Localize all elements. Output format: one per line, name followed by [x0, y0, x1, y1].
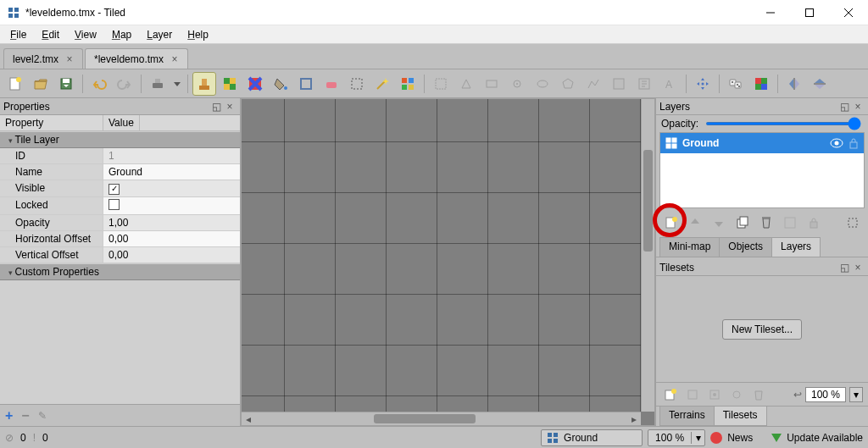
stamp-brush-button[interactable]: [192, 72, 216, 96]
restore-icon[interactable]: ◱: [209, 100, 223, 113]
warning-icon[interactable]: !: [33, 432, 36, 444]
prop-value[interactable]: 1,00: [103, 215, 240, 230]
layer-down-button[interactable]: [709, 213, 729, 233]
scroll-left-icon[interactable]: ◂: [242, 413, 255, 425]
toggle-other-layers-button[interactable]: [780, 213, 800, 233]
tileset-zoom-dropdown[interactable]: ▾: [849, 387, 863, 402]
highlight-current-layer-button[interactable]: [843, 213, 863, 233]
embed-tileset-icon[interactable]: [683, 385, 702, 404]
insert-polyline-button[interactable]: [581, 72, 605, 96]
tileset-zoom-value[interactable]: 100 %: [805, 387, 846, 402]
close-icon[interactable]: ×: [223, 100, 236, 113]
new-layer-button[interactable]: [661, 213, 682, 233]
delete-tileset-icon[interactable]: [749, 385, 768, 404]
horizontal-scrollbar[interactable]: ◂ ▸: [242, 412, 641, 425]
redo-button[interactable]: [113, 72, 136, 96]
lock-icon[interactable]: [849, 137, 859, 149]
edit-tileset-icon[interactable]: [705, 385, 724, 404]
map-canvas[interactable]: [242, 99, 641, 412]
opacity-slider[interactable]: [705, 122, 861, 125]
news-link[interactable]: News: [727, 432, 753, 444]
select-same-button[interactable]: [396, 72, 420, 96]
restore-icon[interactable]: ◱: [837, 100, 851, 113]
flip-horizontal-button[interactable]: [782, 72, 806, 96]
visibility-icon[interactable]: [830, 138, 843, 148]
replace-tileset-icon[interactable]: [727, 385, 746, 404]
new-map-button[interactable]: [3, 72, 27, 96]
dynamic-wrap-icon[interactable]: ↩: [793, 389, 802, 401]
vertical-scrollbar[interactable]: [641, 99, 654, 412]
tab-mini-map[interactable]: Mini-map: [659, 237, 720, 257]
prop-value[interactable]: 0,00: [103, 247, 240, 263]
toggle-lock-layers-button[interactable]: [804, 213, 824, 233]
insert-tile-button[interactable]: [607, 72, 631, 96]
menu-map[interactable]: Map: [105, 27, 138, 42]
menu-view[interactable]: View: [68, 27, 103, 42]
insert-text-button[interactable]: A: [658, 72, 682, 96]
open-button[interactable]: [29, 72, 53, 96]
layer-item-ground[interactable]: Ground: [660, 133, 864, 153]
layer-up-button[interactable]: [685, 213, 705, 233]
edit-polygons-button[interactable]: [454, 72, 478, 96]
insert-template-button[interactable]: [632, 72, 656, 96]
random-mode-button[interactable]: [724, 72, 748, 96]
new-tileset-icon[interactable]: [661, 385, 680, 404]
tab-leveldemo[interactable]: *leveldemo.tmx ×: [85, 48, 188, 69]
tab-layers[interactable]: Layers: [771, 237, 821, 257]
menu-edit[interactable]: Edit: [35, 27, 66, 42]
bucket-fill-button[interactable]: [269, 72, 292, 96]
move-tool-button[interactable]: [691, 72, 715, 96]
update-link[interactable]: Update Available: [787, 432, 863, 444]
flip-vertical-button[interactable]: [808, 72, 832, 96]
maximize-button[interactable]: [790, 0, 829, 25]
shape-fill-button[interactable]: [294, 72, 318, 96]
select-objects-button[interactable]: [429, 72, 453, 96]
section-custom-properties[interactable]: Custom Properties: [0, 263, 240, 280]
wang-brush-button[interactable]: [243, 72, 267, 96]
insert-rectangle-button[interactable]: [480, 72, 504, 96]
duplicate-layer-button[interactable]: [732, 213, 753, 233]
new-tileset-button[interactable]: New Tileset...: [722, 319, 802, 340]
layer-list[interactable]: Ground: [659, 132, 865, 208]
close-icon[interactable]: ×: [64, 53, 75, 65]
menu-layer[interactable]: Layer: [140, 27, 179, 42]
tab-tilesets[interactable]: Tilesets: [714, 407, 767, 426]
section-tile-layer[interactable]: Tile Layer: [0, 131, 240, 148]
tab-objects[interactable]: Objects: [719, 237, 772, 257]
restore-icon[interactable]: ◱: [837, 261, 851, 274]
status-layer-selector[interactable]: Ground: [541, 429, 643, 446]
menu-help[interactable]: Help: [181, 27, 215, 42]
terrain-brush-button[interactable]: [218, 72, 242, 96]
close-button[interactable]: [829, 0, 868, 25]
prop-value-checkbox[interactable]: ✓: [103, 180, 240, 196]
close-icon[interactable]: ×: [851, 261, 865, 274]
menu-file[interactable]: File: [3, 27, 33, 42]
scroll-right-icon[interactable]: ▸: [627, 413, 641, 425]
close-icon[interactable]: ×: [851, 100, 865, 113]
issues-icon[interactable]: ⊘: [5, 432, 14, 444]
close-icon[interactable]: ×: [169, 53, 181, 65]
insert-polygon-button[interactable]: [556, 72, 580, 96]
rect-select-button[interactable]: [345, 72, 369, 96]
eraser-button[interactable]: [320, 72, 343, 96]
prop-value-checkbox[interactable]: [103, 197, 240, 214]
insert-ellipse-button[interactable]: [531, 72, 554, 96]
remove-property-button[interactable]: −: [21, 408, 29, 423]
status-zoom-selector[interactable]: 100 % ▾: [648, 429, 705, 446]
prop-value[interactable]: 0,00: [103, 231, 240, 246]
magic-wand-button[interactable]: [370, 72, 394, 96]
chevron-down-icon[interactable]: ▾: [691, 432, 704, 444]
insert-point-button[interactable]: [505, 72, 529, 96]
command-dropdown[interactable]: [171, 72, 183, 96]
wang-fill-button[interactable]: [749, 72, 773, 96]
undo-button[interactable]: [87, 72, 111, 96]
minimize-button[interactable]: [751, 0, 790, 25]
edit-property-button[interactable]: ✎: [38, 410, 47, 422]
command-button[interactable]: [146, 72, 170, 96]
save-button[interactable]: [54, 72, 78, 96]
delete-layer-button[interactable]: [756, 213, 776, 233]
tab-terrains[interactable]: Terrains: [659, 407, 715, 426]
add-property-button[interactable]: +: [5, 408, 13, 423]
prop-value[interactable]: Ground: [103, 164, 240, 180]
tab-level2[interactable]: level2.tmx ×: [3, 48, 83, 69]
